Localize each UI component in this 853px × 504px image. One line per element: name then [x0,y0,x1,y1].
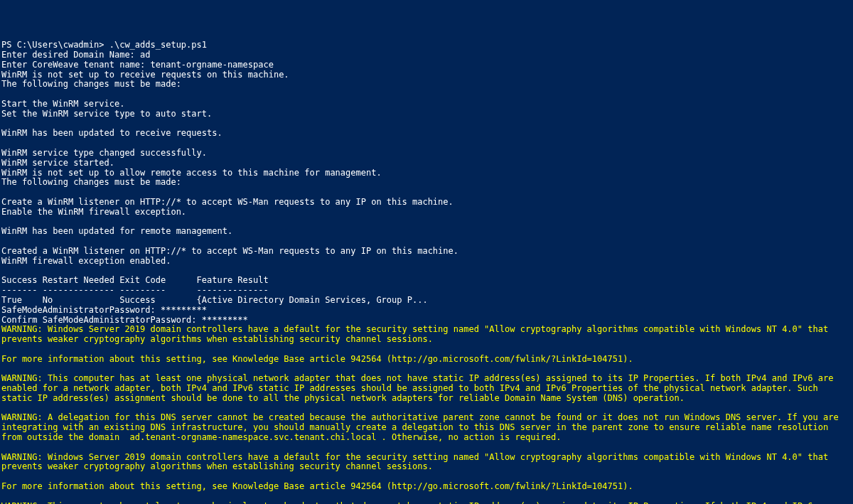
terminal-line [1,188,852,198]
terminal-line [1,90,852,100]
terminal-line [1,345,852,355]
terminal-line: Success Restart Needed Exit Code Feature… [1,276,852,286]
terminal-line: WinRM is not set up to receive requests … [1,70,852,80]
terminal-line: WinRM service started. [1,159,852,168]
terminal-line: Enter desired Domain Name: ad [1,50,852,60]
terminal-line: WARNING: Windows Server 2019 domain cont… [1,325,852,345]
terminal-line [1,443,852,453]
terminal-line: Create a WinRM listener on HTTP://* to a… [1,198,852,208]
terminal-line: WinRM firewall exception enabled. [1,257,852,267]
terminal-line: Start the WinRM service. [1,100,852,109]
terminal-line [1,237,852,247]
terminal-line [1,139,852,149]
terminal-line [1,364,852,374]
terminal-line: The following changes must be made: [1,178,852,188]
terminal-line: WinRM has been updated to receive reques… [1,129,852,139]
terminal-line: WARNING: Windows Server 2019 domain cont… [1,453,852,473]
powershell-terminal[interactable]: PS C:\Users\cwadmin> .\cw_adds_setup.ps1… [1,41,852,504]
terminal-line: Created a WinRM listener on HTTP://* to … [1,247,852,257]
terminal-line: WARNING: This computer has at least one … [1,374,852,403]
terminal-line: WARNING: This computer has at least one … [1,502,852,504]
terminal-line: WARNING: A delegation for this DNS serve… [1,413,852,442]
terminal-line: ------- -------------- --------- -------… [1,286,852,296]
terminal-line: Set the WinRM service type to auto start… [1,109,852,119]
terminal-line [1,404,852,414]
terminal-line: WinRM has been updated for remote manage… [1,227,852,237]
terminal-line [1,492,852,502]
terminal-line: WinRM service type changed successfully. [1,149,852,159]
terminal-line: Enable the WinRM firewall exception. [1,208,852,218]
terminal-line [1,119,852,129]
terminal-line: Confirm SafeModeAdministratorPassword: *… [1,316,852,326]
terminal-line [1,472,852,482]
terminal-line: PS C:\Users\cwadmin> .\cw_adds_setup.ps1 [1,41,852,50]
terminal-line: For more information about this setting,… [1,355,852,365]
terminal-line [1,218,852,227]
terminal-line: WinRM is not set up to allow remote acce… [1,168,852,178]
terminal-line: True No Success {Active Directory Domain… [1,296,852,306]
terminal-line: The following changes must be made: [1,80,852,90]
terminal-line: For more information about this setting,… [1,482,852,492]
terminal-line [1,267,852,277]
terminal-line: SafeModeAdministratorPassword: ********* [1,306,852,316]
terminal-line: Enter CoreWeave tenant name: tenant-orgn… [1,60,852,70]
